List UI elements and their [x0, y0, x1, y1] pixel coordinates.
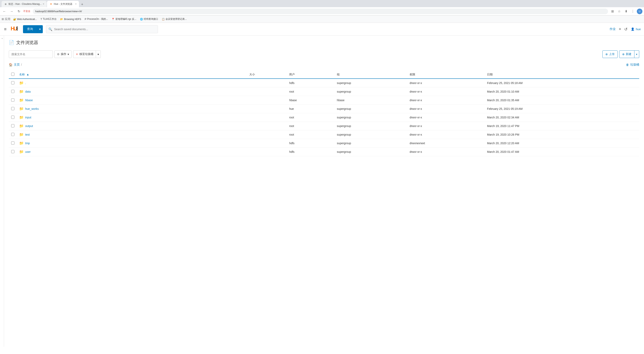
- bookmark-rgc[interactable]: 📍 逆地理编码 rgc 反...: [110, 16, 138, 22]
- row-user-cell-7: hdfs: [287, 139, 334, 148]
- file-link-3[interactable]: hue_works: [25, 107, 39, 110]
- table-row: 📁 hue_works hue supergroup drwxr-xr-x Fe…: [9, 104, 639, 113]
- row-checkbox-1[interactable]: [11, 90, 14, 93]
- bookmark-hdfs[interactable]: 📂 Browsing HDFS: [58, 17, 82, 22]
- apps-icon[interactable]: ⊞ 应用: [2, 18, 10, 21]
- settings-icon[interactable]: ⋮: [630, 8, 636, 14]
- row-date-cell-5: March 19, 2020 11:47 PM: [485, 122, 639, 130]
- bookmark-meeting[interactable]: 📋 会议室使用登记表...: [160, 16, 188, 22]
- row-checkbox-cell-8[interactable]: [9, 148, 17, 156]
- table-row: 📁 hbase hbase hbase drwxr-xr-x March 20,…: [9, 96, 639, 104]
- user-menu[interactable]: 👤 hue: [631, 28, 641, 31]
- query-dropdown-button[interactable]: ▾: [37, 25, 43, 33]
- new-label: 新建: [626, 52, 632, 56]
- trash-link[interactable]: 🗑 垃圾桶: [626, 63, 639, 66]
- row-checkbox-8[interactable]: [11, 150, 14, 153]
- folder-icon-7: 📁: [19, 141, 24, 146]
- folder-icon-2: 📁: [19, 98, 24, 102]
- folder-icon-8: 📁: [19, 150, 24, 154]
- file-link-2[interactable]: hbase: [25, 98, 33, 102]
- bookmark-tlias[interactable]: T TLIAS工作台: [39, 16, 58, 22]
- upload-button[interactable]: ⊕ 上传: [602, 50, 618, 58]
- forward-button[interactable]: →: [9, 8, 14, 14]
- history-icon-btn[interactable]: ↺: [624, 27, 628, 32]
- bookmark-processon[interactable]: P ProcessOn - 我的...: [83, 16, 110, 22]
- browser-tab-1[interactable]: ⊞ 状态 - Hue - Cloudera Manag... ×: [2, 1, 46, 7]
- new-icon: ⊕: [622, 52, 624, 56]
- sort-arrow-name: ▲: [26, 73, 29, 76]
- bookmark-icon[interactable]: ☆: [616, 8, 622, 14]
- row-date-cell-7: March 20, 2020 12:20 AM: [485, 139, 639, 148]
- file-link-7[interactable]: tmp: [25, 142, 30, 145]
- row-checkbox-cell-4[interactable]: [9, 113, 17, 122]
- search-input[interactable]: [46, 25, 158, 33]
- column-header-group[interactable]: 组: [334, 70, 407, 78]
- row-checkbox-4[interactable]: [11, 116, 14, 119]
- row-checkbox-0[interactable]: [11, 81, 14, 84]
- file-link-6[interactable]: test: [25, 133, 30, 136]
- extensions-icon[interactable]: ⊞: [610, 8, 615, 14]
- trash-button[interactable]: ✕ 移至垃圾桶: [73, 50, 96, 58]
- file-link-5[interactable]: output: [25, 124, 33, 128]
- trash-dropdown-button[interactable]: ▾: [96, 50, 101, 58]
- column-header-name[interactable]: 名称 ▲: [17, 70, 247, 78]
- refresh-button[interactable]: ↻: [16, 8, 22, 14]
- row-date-cell-2: March 20, 2020 01:35 AM: [485, 96, 639, 104]
- user-avatar[interactable]: U: [637, 8, 642, 14]
- address-input[interactable]: [33, 8, 608, 14]
- row-checkbox-cell-3[interactable]: [9, 104, 17, 113]
- address-bar: ← → ↻ 不安全 ⊞ ☆ ⬇ ⋮ U: [0, 7, 644, 16]
- row-checkbox-cell-1[interactable]: [9, 88, 17, 96]
- row-name-cell-8: 📁 user: [17, 148, 247, 156]
- bookmark-geo[interactable]: 🌐 经纬查询接口: [138, 16, 160, 22]
- file-link-0[interactable]: .: [25, 82, 26, 84]
- sidebar-toggle[interactable]: ›: [0, 36, 4, 347]
- query-button[interactable]: 查询: [23, 25, 37, 33]
- column-header-size[interactable]: 大小: [247, 70, 287, 78]
- row-checkbox-cell-2[interactable]: [9, 96, 17, 104]
- row-checkbox-3[interactable]: [11, 107, 14, 110]
- row-checkbox-6[interactable]: [11, 133, 14, 136]
- ops-dropdown-arrow: ▾: [68, 52, 69, 56]
- breadcrumb-home[interactable]: 🏠 主页: [9, 63, 20, 66]
- row-date-cell-8: March 20, 2020 01:47 AM: [485, 148, 639, 156]
- new-btn-group: ⊕ 新建 ▾: [619, 50, 639, 58]
- browser-tab-2[interactable]: H Hue - 文件浏览器 ×: [47, 1, 79, 7]
- column-header-user[interactable]: 用户: [287, 70, 334, 78]
- tab-close-2[interactable]: ×: [75, 2, 76, 6]
- work-nav-link[interactable]: 作业: [610, 27, 616, 31]
- address-bar-right: ⊞ ☆ ⬇ ⋮ U: [610, 8, 642, 14]
- select-all-header[interactable]: [9, 70, 17, 78]
- search-filename-input[interactable]: [9, 50, 53, 58]
- column-header-permissions[interactable]: 权限: [407, 70, 485, 78]
- query-btn-group: 查询 ▾: [23, 25, 43, 33]
- operations-button[interactable]: ⚙ 操作 ▾: [54, 50, 72, 58]
- file-link-4[interactable]: input: [25, 116, 31, 119]
- file-link-1[interactable]: data: [25, 90, 30, 93]
- tab-close-1[interactable]: ×: [43, 2, 44, 6]
- row-checkbox-cell-6[interactable]: [9, 130, 17, 139]
- row-checkbox-cell-0[interactable]: [9, 78, 17, 88]
- table-row: 📁 user hdfs supergroup drwxr-xr-x March …: [9, 148, 639, 156]
- column-header-date[interactable]: 日期: [485, 70, 639, 78]
- list-icon[interactable]: ≡: [619, 27, 621, 31]
- hamburger-button[interactable]: ≡: [3, 26, 8, 32]
- back-button[interactable]: ←: [2, 8, 7, 14]
- row-checkbox-cell-5[interactable]: [9, 122, 17, 130]
- row-checkbox-5[interactable]: [11, 124, 14, 128]
- downloads-icon[interactable]: ⬇: [623, 8, 629, 14]
- col-user-label: 用户: [289, 73, 295, 76]
- row-user-cell-4: root: [287, 113, 334, 122]
- row-group-cell-5: supergroup: [334, 122, 407, 130]
- select-all-checkbox[interactable]: [11, 72, 14, 76]
- new-tab-button[interactable]: +: [80, 2, 85, 7]
- bookmark-web-auth[interactable]: 🔐 Web Authenticati...: [12, 17, 38, 22]
- row-checkbox-2[interactable]: [11, 98, 14, 102]
- new-button[interactable]: ⊕ 新建: [619, 50, 634, 58]
- row-name-cell-2: 📁 hbase: [17, 96, 247, 104]
- row-checkbox-cell-7[interactable]: [9, 139, 17, 148]
- file-link-8[interactable]: user: [25, 150, 30, 154]
- new-dropdown-button[interactable]: ▾: [634, 50, 639, 58]
- row-checkbox-7[interactable]: [11, 142, 14, 144]
- bookmark-label-7: 会议室使用登记表...: [166, 18, 187, 21]
